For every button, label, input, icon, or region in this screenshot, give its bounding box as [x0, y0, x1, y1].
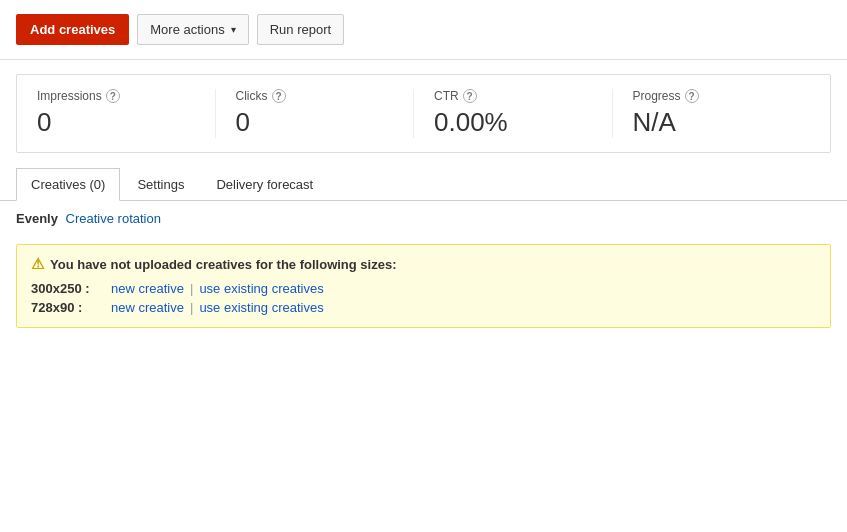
ctr-label: CTR: [434, 89, 459, 103]
ctr-value: 0.00%: [434, 107, 592, 138]
ctr-help-icon[interactable]: ?: [463, 89, 477, 103]
new-creative-link-1[interactable]: new creative: [111, 300, 184, 315]
impressions-stat: Impressions ? 0: [37, 89, 216, 138]
tab-settings[interactable]: Settings: [122, 168, 199, 201]
warning-box: ⚠ You have not uploaded creatives for th…: [16, 244, 831, 328]
progress-value: N/A: [633, 107, 791, 138]
warning-title-text: You have not uploaded creatives for the …: [50, 257, 396, 272]
clicks-help-icon[interactable]: ?: [272, 89, 286, 103]
size-label-0: 300x250 :: [31, 281, 111, 296]
new-creative-link-0[interactable]: new creative: [111, 281, 184, 296]
impressions-label: Impressions: [37, 89, 102, 103]
use-existing-link-1[interactable]: use existing creatives: [199, 300, 323, 315]
clicks-label: Clicks: [236, 89, 268, 103]
progress-label: Progress: [633, 89, 681, 103]
warning-icon: ⚠: [31, 255, 44, 273]
tabs-bar: Creatives (0) Settings Delivery forecast: [0, 167, 847, 201]
size-label-1: 728x90 :: [31, 300, 111, 315]
ctr-stat: CTR ? 0.00%: [414, 89, 613, 138]
warning-title: ⚠ You have not uploaded creatives for th…: [31, 255, 816, 273]
toolbar: Add creatives More actions ▾ Run report: [0, 0, 847, 60]
rotation-label: Evenly: [16, 211, 58, 226]
tab-creatives[interactable]: Creatives (0): [16, 168, 120, 201]
separator-1: |: [190, 300, 193, 315]
impressions-help-icon[interactable]: ?: [106, 89, 120, 103]
tab-delivery-forecast[interactable]: Delivery forecast: [201, 168, 328, 201]
clicks-value: 0: [236, 107, 394, 138]
warning-row-0: 300x250 : new creative | use existing cr…: [31, 279, 816, 298]
use-existing-link-0[interactable]: use existing creatives: [199, 281, 323, 296]
run-report-button[interactable]: Run report: [257, 14, 344, 45]
warning-row-1: 728x90 : new creative | use existing cre…: [31, 298, 816, 317]
chevron-down-icon: ▾: [231, 24, 236, 35]
add-creatives-button[interactable]: Add creatives: [16, 14, 129, 45]
impressions-value: 0: [37, 107, 195, 138]
progress-help-icon[interactable]: ?: [685, 89, 699, 103]
clicks-stat: Clicks ? 0: [216, 89, 415, 138]
more-actions-button[interactable]: More actions ▾: [137, 14, 248, 45]
rotation-type[interactable]: Creative rotation: [66, 211, 161, 226]
more-actions-label: More actions: [150, 22, 224, 37]
rotation-line: Evenly Creative rotation: [0, 201, 847, 236]
stats-panel: Impressions ? 0 Clicks ? 0 CTR ? 0.00% P…: [16, 74, 831, 153]
progress-stat: Progress ? N/A: [613, 89, 811, 138]
separator-0: |: [190, 281, 193, 296]
